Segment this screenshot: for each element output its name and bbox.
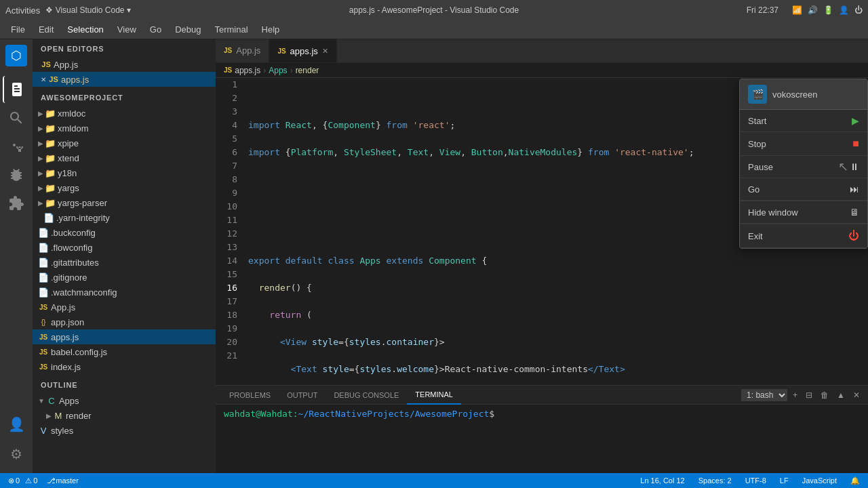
tree-xtend[interactable]: ▶ 📁 xtend bbox=[33, 150, 216, 165]
tab-appjs[interactable]: JS App.js bbox=[216, 39, 269, 62]
menu-terminal[interactable]: Terminal bbox=[209, 23, 253, 36]
tab-close-button[interactable]: ✕ bbox=[322, 47, 328, 56]
terminal-split-button[interactable]: ⊟ bbox=[803, 389, 815, 401]
sidebar: OPEN EDITORS JS App.js ✕ JS apps.js AWES… bbox=[33, 39, 216, 473]
menu-selection[interactable]: Selection bbox=[62, 23, 108, 36]
activity-icon-extensions[interactable] bbox=[3, 190, 30, 217]
tree-xmldoc[interactable]: ▶ 📁 xmldoc bbox=[33, 106, 216, 121]
tree-yargs[interactable]: ▶ 📁 yargs bbox=[33, 180, 216, 195]
tab-appjs-label: App.js bbox=[236, 45, 260, 56]
menu-go[interactable]: Go bbox=[144, 23, 167, 36]
branch-name: master bbox=[56, 476, 79, 485]
tree-indexjs[interactable]: JS index.js bbox=[33, 359, 216, 374]
file-icon-4: 📄 bbox=[38, 258, 49, 268]
js-file-icon: JS bbox=[41, 60, 52, 68]
json-icon: {} bbox=[38, 319, 49, 326]
vokoscreen-panel: 🎬 vokoscreen Start ▶ Stop ■ Pause ⏸ ↖ Go… bbox=[739, 79, 868, 249]
breadcrumb-file[interactable]: apps.js bbox=[235, 66, 260, 75]
tab-appsjs-label: apps.js bbox=[290, 46, 318, 56]
activity-icon-debug[interactable] bbox=[3, 161, 30, 188]
tree-flowconfig[interactable]: 📄 .flowconfig bbox=[33, 240, 216, 255]
volume-icon: 🔊 bbox=[808, 5, 818, 15]
status-notification-icon[interactable]: 🔔 bbox=[848, 473, 863, 488]
terminal-instance-select[interactable]: 1: bash bbox=[741, 389, 787, 401]
tab-output[interactable]: OUTPUT bbox=[279, 386, 326, 405]
tree-appsjs[interactable]: JS apps.js bbox=[33, 329, 216, 344]
tree-babelconfig[interactable]: JS babel.config.js bbox=[33, 344, 216, 359]
vokoscreen-start-item[interactable]: Start ▶ bbox=[740, 110, 867, 132]
menu-debug[interactable]: Debug bbox=[170, 23, 206, 36]
status-errors[interactable]: ⊗ 0 ⚠ 0 bbox=[5, 473, 40, 488]
tree-gitignore[interactable]: 📄 .gitignore bbox=[33, 270, 216, 285]
tree-appjson[interactable]: {} app.json bbox=[33, 314, 216, 329]
tree-yargs-parser[interactable]: ▶ 📁 yargs-parser bbox=[33, 195, 216, 210]
vokoscreen-header: 🎬 vokoscreen bbox=[740, 79, 867, 110]
breadcrumb-sep1: › bbox=[263, 66, 266, 75]
tab-debug-console[interactable]: DEBUG CONSOLE bbox=[326, 386, 407, 405]
statusbar: ⊗ 0 ⚠ 0 ⎇ master Ln 16, Col 12 Spaces: 2… bbox=[0, 473, 868, 488]
tree-appjs[interactable]: JS App.js bbox=[33, 300, 216, 314]
warning-count: 0 bbox=[33, 476, 37, 485]
activity-icon-account[interactable]: 👤 bbox=[3, 411, 30, 438]
status-language[interactable]: JavaScript bbox=[800, 473, 840, 488]
go-icon: ⏭ bbox=[850, 184, 859, 195]
status-encoding[interactable]: UTF-8 bbox=[743, 473, 769, 488]
tree-gitattributes[interactable]: 📄 .gitattributes bbox=[33, 255, 216, 270]
open-file-appjs[interactable]: JS App.js bbox=[33, 57, 216, 72]
outline-render[interactable]: ▶ M render bbox=[33, 408, 216, 423]
outline-apps[interactable]: ▼ C Apps bbox=[33, 393, 216, 408]
vokoscreen-go-label: Go bbox=[748, 184, 844, 195]
vokoscreen-hide-item[interactable]: Hide window 🖥 bbox=[740, 201, 867, 224]
outline-styles[interactable]: V styles bbox=[33, 423, 216, 438]
terminal-content[interactable]: wahdat@Wahdat:~/ReactNativeProjects/Awes… bbox=[216, 405, 868, 473]
folder-icon-5: 📁 bbox=[45, 168, 56, 178]
power-icon[interactable]: ⏻ bbox=[854, 5, 863, 15]
status-line-col[interactable]: Ln 16, Col 12 bbox=[637, 473, 687, 488]
user-icon: 👤 bbox=[839, 5, 849, 15]
tree-y18n[interactable]: ▶ 📁 y18n bbox=[33, 165, 216, 180]
terminal-maximize-button[interactable]: ▲ bbox=[834, 389, 848, 401]
terminal-tabs: PROBLEMS OUTPUT DEBUG CONSOLE TERMINAL 1… bbox=[216, 386, 868, 405]
tree-yarn-integrity[interactable]: 📄 .yarn-integrity bbox=[33, 210, 216, 225]
vokoscreen-go-item[interactable]: Go ⏭ bbox=[740, 178, 867, 201]
breadcrumb-method[interactable]: render bbox=[296, 66, 319, 75]
tree-watchmanconfig[interactable]: 📄 .watchmanconfig bbox=[33, 285, 216, 300]
activity-icon-git[interactable] bbox=[3, 133, 30, 160]
breadcrumb-class[interactable]: Apps bbox=[269, 66, 287, 75]
stop-icon: ■ bbox=[852, 138, 859, 150]
tab-appsjs[interactable]: JS apps.js ✕ bbox=[269, 39, 336, 62]
tree-xpipe[interactable]: ▶ 📁 xpipe bbox=[33, 136, 216, 150]
tab-terminal[interactable]: TERMINAL bbox=[407, 386, 461, 405]
vokoscreen-exit-label: Exit bbox=[748, 231, 843, 241]
menu-edit[interactable]: Edit bbox=[33, 23, 59, 36]
close-icon[interactable]: ✕ bbox=[41, 76, 46, 83]
time-display: Fri 22:37 bbox=[747, 5, 778, 15]
menubar: File Edit Selection View Go Debug Termin… bbox=[0, 20, 868, 39]
tab-js-icon-2: JS bbox=[277, 47, 285, 55]
vokoscreen-stop-item[interactable]: Stop ■ bbox=[740, 132, 867, 156]
activity-icon-search[interactable] bbox=[3, 104, 30, 131]
tree-buckconfig[interactable]: 📄 .buckconfig bbox=[33, 225, 216, 240]
activity-icon-settings[interactable]: ⚙ bbox=[3, 441, 30, 468]
status-spaces[interactable]: Spaces: 2 bbox=[696, 473, 734, 488]
tree-xmldom[interactable]: ▶ 📁 xmldom bbox=[33, 121, 216, 136]
screen-icon: 🖥 bbox=[850, 207, 859, 218]
folder-icon-4: 📁 bbox=[45, 153, 56, 163]
class-icon: C bbox=[46, 396, 57, 406]
status-branch[interactable]: ⎇ master bbox=[44, 473, 81, 488]
terminal-trash-button[interactable]: 🗑 bbox=[818, 389, 831, 401]
activity-icon-explorer[interactable] bbox=[3, 76, 30, 103]
tab-problems[interactable]: PROBLEMS bbox=[221, 386, 279, 405]
menu-file[interactable]: File bbox=[5, 23, 31, 36]
activities-label[interactable]: Activities bbox=[5, 5, 40, 16]
terminal-close-button[interactable]: ✕ bbox=[850, 389, 863, 401]
menu-help[interactable]: Help bbox=[256, 23, 285, 36]
menu-view[interactable]: View bbox=[112, 23, 142, 36]
vokoscreen-exit-item[interactable]: Exit ⏻ bbox=[740, 224, 867, 248]
status-line-ending[interactable]: LF bbox=[777, 473, 791, 488]
vokoscreen-pause-item[interactable]: Pause ⏸ ↖ bbox=[740, 156, 867, 178]
terminal-add-button[interactable]: + bbox=[790, 389, 800, 401]
error-count: 0 bbox=[16, 476, 20, 485]
open-file-appsjs[interactable]: ✕ JS apps.js bbox=[33, 72, 216, 87]
open-editors-title: OPEN EDITORS bbox=[33, 39, 216, 56]
